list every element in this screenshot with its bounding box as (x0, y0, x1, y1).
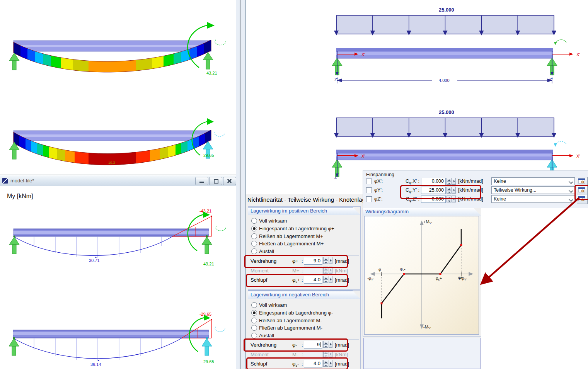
restraint-row-z: φZ': Cφ,Z' : 0.000 [kNm/mrad] Keine (363, 195, 588, 203)
flyout-button[interactable] (329, 257, 332, 264)
phi-z-checkbox[interactable] (366, 196, 372, 202)
phi-x-checkbox[interactable] (366, 179, 372, 184)
stiffness-x-input[interactable]: 0.000 (421, 178, 446, 185)
edit-nonlinearity-x-button[interactable] (577, 177, 588, 186)
spin-up-icon[interactable] (323, 360, 328, 363)
spin-down-icon[interactable] (447, 181, 452, 185)
spin-up-icon[interactable] (323, 257, 328, 260)
schlupf-plus-row: Schlupf φs+ : 4.0 [mrad] (248, 275, 360, 285)
rotation-value: 29.65 (203, 359, 214, 364)
svg-text:Z': Z' (334, 175, 338, 180)
flyout-button[interactable] (452, 196, 456, 202)
nonlinearity-z-dropdown[interactable]: Keine (491, 195, 575, 203)
rotation-arc (556, 141, 566, 145)
chevron-down-icon (569, 189, 573, 193)
edit-nonlinearity-z-button[interactable] (577, 195, 588, 204)
close-button[interactable] (223, 177, 236, 185)
svg-text:+MY': +MY' (423, 219, 432, 225)
radio-icon[interactable] (251, 248, 257, 254)
radio-icon[interactable] (251, 302, 257, 308)
spin-down-icon[interactable] (323, 279, 328, 283)
spin-up-icon[interactable] (323, 341, 328, 344)
wirkungsdiagramm-group: Wirkungsdiagramm +MY' -MY (363, 207, 481, 337)
flyout-button[interactable] (452, 187, 456, 194)
window-title: model-file* (10, 178, 34, 184)
window-border (236, 0, 240, 369)
support-right-icon (202, 237, 212, 254)
minimize-icon (199, 182, 204, 183)
svg-text:Z': Z' (334, 77, 338, 82)
window-titlebar[interactable]: model-file* (0, 175, 237, 186)
verdrehung-minus-input[interactable]: 9 (304, 341, 322, 349)
minimize-button[interactable] (195, 177, 208, 185)
chevron-down-icon (569, 180, 573, 184)
flyout-button[interactable] (329, 341, 332, 348)
svg-text:X': X' (361, 52, 365, 57)
spin-up-icon[interactable] (447, 196, 452, 199)
spin-up-icon[interactable] (447, 178, 452, 181)
group-title: Wirkungsdiagramm (365, 209, 409, 214)
radio-icon[interactable] (251, 318, 257, 323)
spin-down-icon (323, 270, 328, 274)
schlupf-plus-input[interactable]: 4.0 (304, 276, 322, 284)
radio-selected-icon[interactable] (251, 226, 257, 231)
flyout-button[interactable] (329, 360, 332, 367)
flyout-button (329, 267, 332, 274)
spin-down-icon[interactable] (447, 199, 452, 202)
radio-icon[interactable] (251, 333, 257, 338)
moment-diagram-2: -29.65 36.14 29.65 (3, 302, 235, 369)
rotation-value: 43.21 (206, 71, 217, 75)
spin-down-icon[interactable] (323, 344, 328, 348)
verdrehung-plus-input[interactable]: 9.0 (304, 257, 322, 265)
spinner (323, 360, 328, 367)
stiffness-y-spinner (447, 187, 452, 194)
spin-down-icon[interactable] (323, 363, 328, 367)
nonlinearity-y-dropdown[interactable]: Teilweise Wirkung... (491, 186, 575, 194)
deformation-render-2: 10.3 29.65 (4, 116, 232, 174)
edit-nonlinearity-y-button[interactable] (577, 186, 588, 195)
phi-z-label: φZ': (374, 196, 383, 202)
radio-icon[interactable] (251, 233, 257, 239)
phi-y-label: φY': (374, 187, 383, 193)
svg-text:φ+: φ+ (458, 275, 463, 280)
moment-plus-input (304, 267, 322, 274)
result-heading: My [kNm] (7, 193, 33, 200)
spin-down-icon[interactable] (323, 260, 328, 264)
einspannung-panel: Einspannung φX': Cφ,X' : 0.000 [kNm/mrad… (363, 170, 588, 208)
schlupf-minus-input[interactable]: 4.0 (304, 360, 322, 367)
load-value: 25.000 (439, 7, 454, 13)
svg-text:φ-: φ- (378, 267, 382, 272)
spinner (323, 257, 328, 264)
nonlinearity-x-dropdown[interactable]: Keine (491, 177, 575, 185)
spin-down-icon[interactable] (447, 190, 452, 194)
stiffness-z-spinner (447, 196, 452, 202)
spin-up-icon (323, 350, 328, 354)
radio-icon[interactable] (251, 325, 257, 331)
stiffness-y-input[interactable]: 25.000 (421, 187, 446, 194)
radio-icon[interactable] (251, 218, 257, 224)
flyout-button[interactable] (452, 178, 456, 185)
spin-up-icon[interactable] (447, 187, 452, 190)
window-border (245, 0, 246, 369)
svg-text:φs-: φs- (400, 267, 406, 272)
panel-title: Einspannung (366, 172, 394, 177)
stiffness-x-spinner (447, 178, 452, 185)
spinner (323, 276, 328, 283)
spin-up-icon[interactable] (323, 276, 328, 279)
phi-y-checkbox[interactable] (366, 187, 372, 193)
support-left-icon (9, 53, 19, 70)
text-caret (320, 342, 320, 347)
edit-dialog-icon (577, 186, 586, 194)
unit-label: [kNm/mrad] (458, 196, 483, 202)
verdrehung-minus-row: Verdrehung φ- : 9 [mrad] (248, 340, 360, 350)
svg-text:φs+: φs+ (436, 276, 442, 281)
restore-button[interactable] (209, 177, 222, 185)
stiffness-z-input[interactable]: 0.000 (421, 196, 446, 203)
radio-selected-icon[interactable] (251, 310, 257, 316)
flyout-button[interactable] (329, 276, 332, 283)
load-diagram-1: 25.000 X' Z' X' Z' 4.000 (327, 0, 588, 93)
positive-range-group: Lagerwirkung im positiven Bereich Voll w… (248, 206, 361, 290)
support-left-icon (9, 237, 19, 254)
nonlinearity-dialog: Nichtlinearität - Teilweise Wirkung - Kn… (246, 194, 481, 369)
radio-icon[interactable] (251, 241, 257, 247)
